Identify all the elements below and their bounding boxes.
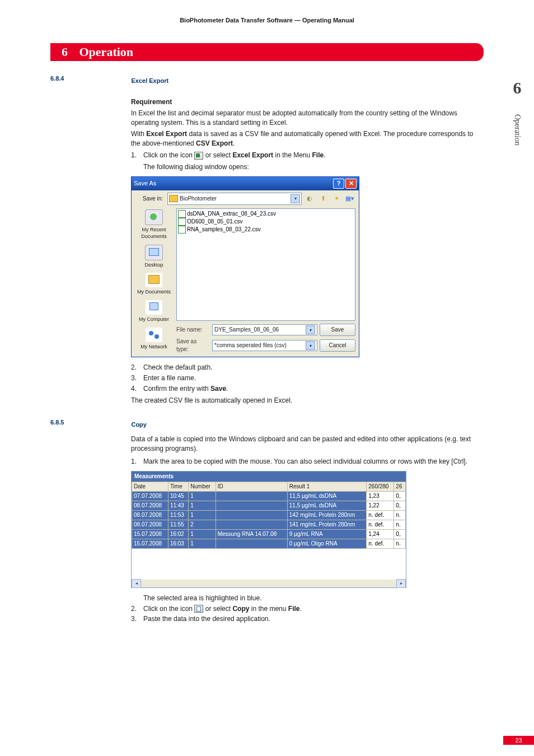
filename-input[interactable]: DYE_Samples_08_06_06▾ [212,324,317,335]
table-cell[interactable]: 15.07.2008 [132,539,168,548]
table-cell[interactable] [216,501,287,510]
table-cell[interactable]: 2 [189,520,216,529]
save-as-dialog: Save As ? ✕ Save in: BioPhotometer ▾ ◐ ⬆… [131,176,359,358]
table-row[interactable]: 08.07.200811:43111,5 µg/mL dsDNA1,220, [132,501,406,510]
table-row[interactable]: 07.07.200810:45111,5 µg/mL dsDNA1,230, [132,491,406,501]
scroll-right-icon[interactable]: ▸ [396,579,406,588]
table-cell[interactable]: 08.07.2008 [132,520,168,529]
column-header[interactable]: ID [216,482,287,491]
table-row[interactable]: 08.07.200811:552141 mg/mL Protein 280nmn… [132,520,406,529]
table-cell[interactable]: 142 mg/mL Protein 280nm [287,510,367,520]
table-cell[interactable]: 1 [189,510,216,520]
table-cell[interactable] [216,510,287,520]
chevron-down-icon[interactable]: ▾ [306,325,315,334]
table-cell[interactable]: 15.07.2008 [132,529,168,539]
file-item[interactable]: RNA_samples_08_03_22.csv [178,226,354,234]
file-item[interactable]: dsDNA_DNA_extrac_08_04_23.csv [178,210,354,218]
table-cell[interactable]: 1 [189,539,216,548]
table-cell[interactable]: 0 µg/mL Oligo RNA [287,539,367,548]
table-cell[interactable]: 08.07.2008 [132,501,168,510]
horizontal-scrollbar[interactable]: ◂ ▸ [132,580,406,587]
column-header[interactable]: 260/280 [367,482,394,491]
table-cell[interactable] [216,539,287,548]
table-cell[interactable]: 1,23 [367,491,394,501]
table-cell[interactable]: 0, [394,529,406,539]
place-recent[interactable]: My Recent Documents [132,209,176,240]
table-cell[interactable]: n. def. [367,520,394,529]
step-1: Click on the icon or select Excel Export… [143,151,484,172]
views-icon[interactable]: ▦▾ [344,193,355,204]
back-icon[interactable]: ◐ [304,193,315,204]
place-my-network[interactable]: My Network [132,328,176,351]
file-list[interactable]: dsDNA_DNA_extrac_08_04_23.csv OD600_08_0… [176,208,355,321]
table-cell[interactable]: 11:55 [168,520,188,529]
table-cell[interactable]: n. [394,539,406,548]
table-cell[interactable]: 11,5 µg/mL dsDNA [287,491,367,501]
table-row[interactable]: 08.07.200811:531142 mg/mL Protein 280nmn… [132,510,406,520]
table-cell[interactable]: 1,24 [367,529,394,539]
column-header[interactable]: Time [168,482,188,491]
save-as-type-combo[interactable]: *comma seperated files (csv)▾ [212,340,317,351]
table-cell[interactable]: Messung RNA 14.07.08 [216,529,287,539]
table-row[interactable]: 15.07.200816:021Messung RNA 14.07.089 µg… [132,529,406,539]
table-cell[interactable] [216,491,287,501]
column-header[interactable]: Date [132,482,168,491]
place-my-computer[interactable]: My Computer [132,300,176,323]
table-cell[interactable]: 11,5 µg/mL dsDNA [287,501,367,510]
step-3: Enter a file name. [143,374,484,383]
up-one-level-icon[interactable]: ⬆ [317,193,329,204]
section-number: 6.8.4 [50,75,129,82]
measurements-title: Measurements [132,472,406,482]
table-cell[interactable]: 07.07.2008 [132,491,168,501]
help-button[interactable]: ? [333,179,344,189]
file-item[interactable]: OD600_08_05_01.csv [178,218,354,226]
table-cell[interactable]: 141 mg/mL Protein 280nm [287,520,367,529]
step-number: 2. [131,363,143,372]
table-cell[interactable]: 11:43 [168,501,188,510]
table-cell[interactable]: n. [394,510,406,520]
table-cell[interactable]: n. [394,520,406,529]
table-cell[interactable]: 1 [189,501,216,510]
column-header[interactable]: Number [189,482,216,491]
chevron-down-icon[interactable]: ▾ [306,341,315,350]
table-cell[interactable]: 0, [394,501,406,510]
table-cell[interactable]: n. def. [367,539,394,548]
close-button[interactable]: ✕ [345,179,357,189]
csv-file-icon [178,210,186,218]
table-cell[interactable]: 1 [189,529,216,539]
table-cell[interactable]: 16:02 [168,529,188,539]
table-cell[interactable]: 16:03 [168,539,188,548]
table-cell[interactable]: 9 µg/mL RNA [287,529,367,539]
step-4: Confirm the entry with Save. [143,384,484,394]
chapter-banner: 6 Operation [50,43,484,61]
place-my-documents[interactable]: My Documents [132,273,176,296]
place-desktop[interactable]: Desktop [132,245,176,269]
table-cell[interactable]: 11:53 [168,510,188,520]
dialog-title: Save As [134,179,332,188]
table-cell[interactable]: 1 [189,491,216,501]
column-header[interactable]: Result 1 [287,482,367,491]
table-cell[interactable]: 10:45 [168,491,188,501]
save-in-combo[interactable]: BioPhotometer ▾ [167,193,302,205]
chapter-number: 6 [62,45,68,59]
section-title: Copy [131,421,147,428]
save-in-value: BioPhotometer [180,195,291,203]
column-header[interactable]: 26 [394,482,406,491]
table-cell[interactable]: 08.07.2008 [132,510,168,520]
step-number: 3. [131,374,143,383]
step-1-sub: The following dialog window opens: [143,162,484,172]
csv-file-icon [178,226,186,234]
measurements-table[interactable]: DateTimeNumberIDResult 1260/28026 07.07.… [132,482,406,549]
table-cell[interactable]: n. def. [367,510,394,520]
scroll-left-icon[interactable]: ◂ [132,579,141,588]
table-cell[interactable]: 0, [394,491,406,501]
table-row[interactable]: 15.07.200816:0310 µg/mL Oligo RNAn. def.… [132,539,406,548]
save-as-type-label: Save as type: [176,338,210,353]
cancel-button[interactable]: Cancel [320,339,355,352]
step-number: 1. [131,151,143,172]
save-button[interactable]: Save [320,324,355,336]
new-folder-icon[interactable]: ✶ [331,193,342,204]
table-cell[interactable]: 1,22 [367,501,394,510]
table-cell[interactable] [216,520,287,529]
chevron-down-icon[interactable]: ▾ [291,194,300,203]
